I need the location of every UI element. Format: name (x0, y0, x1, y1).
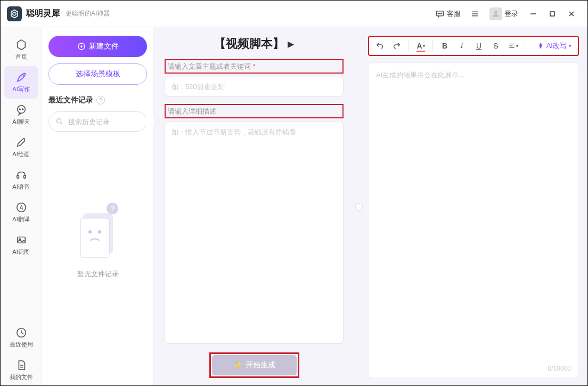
nav-voice[interactable]: AI语音 (4, 164, 38, 196)
topic-input[interactable] (165, 77, 344, 96)
svg-point-14 (22, 109, 23, 110)
svg-rect-32 (80, 218, 109, 258)
home-icon (15, 39, 27, 51)
svg-point-1 (438, 13, 439, 14)
nav-chat[interactable]: AI聊天 (4, 99, 38, 131)
nav-files[interactable]: 我的文件 (4, 354, 38, 386)
topic-label-highlight: 请输入文章主题或者关键词 (165, 59, 344, 74)
nav-label: AI写作 (12, 85, 29, 93)
app-subtitle: 更聪明的AI神器 (66, 9, 110, 18)
nav-home[interactable]: 首页 (4, 34, 38, 66)
svg-text:?: ? (110, 204, 115, 213)
center-column: 【视频脚本】 ▶ 请输入文章主题或者关键词 请输入详细描述 ✨ 开始生成 (154, 27, 354, 386)
svg-point-12 (17, 106, 25, 114)
menu-button[interactable] (469, 8, 481, 20)
nav-label: AI聊天 (12, 118, 29, 126)
brush-icon (15, 136, 27, 148)
support-button[interactable]: 客服 (430, 7, 466, 21)
empty-text: 暂无文件记录 (77, 269, 119, 279)
nav-label: AI绘画 (12, 150, 29, 158)
svg-text:A: A (19, 205, 23, 211)
script-title-row: 【视频脚本】 ▶ (165, 36, 344, 52)
strikethrough-button[interactable]: S (488, 39, 503, 53)
history-icon (15, 327, 27, 339)
avatar-icon (489, 7, 502, 20)
result-area[interactable]: AI生成的结果将会在此展示... 0/10000 (368, 62, 579, 378)
editor-toolbar-highlight: A▾ B I U S ▾ AI改写 ▾ (368, 36, 579, 56)
svg-point-13 (19, 109, 20, 110)
search-icon (55, 117, 64, 126)
topic-label: 请输入文章主题或者关键词 (168, 62, 256, 70)
svg-point-3 (441, 13, 442, 14)
svg-rect-16 (23, 175, 26, 179)
undo-button[interactable] (372, 39, 387, 53)
svg-point-27 (57, 119, 61, 123)
nav-label: AI翻译 (12, 215, 29, 223)
nav-label: 首页 (15, 53, 27, 61)
script-title: 【视频脚本】 (214, 36, 284, 52)
leaf-icon (537, 42, 544, 50)
file-icon (15, 359, 27, 371)
svg-rect-19 (17, 237, 25, 243)
template-button[interactable]: 选择场景模板 (48, 63, 147, 85)
close-button[interactable] (562, 4, 581, 23)
translate-icon: A (15, 202, 27, 213)
chat-icon (435, 9, 445, 19)
sidebar: 首页 AI写作 AI聊天 AI绘画 AI语音 A AI翻译 AI识图 (1, 27, 42, 386)
nav-image[interactable]: AI识图 (4, 229, 38, 261)
svg-rect-15 (17, 175, 19, 179)
empty-state: ? 暂无文件记录 (48, 138, 147, 378)
pen-icon (15, 71, 27, 83)
chat-icon (15, 104, 27, 116)
sparkle-icon: ✨ (233, 361, 242, 369)
recent-title-row: 最近文件记录 ? (48, 95, 147, 105)
search-box[interactable] (48, 111, 147, 132)
underline-button[interactable]: U (471, 39, 486, 53)
plus-icon (77, 42, 86, 51)
detail-textarea[interactable] (165, 122, 344, 344)
recent-title: 最近文件记录 (48, 95, 93, 105)
svg-point-7 (494, 11, 497, 13)
svg-line-28 (61, 123, 62, 124)
new-file-button[interactable]: 新建文件 (48, 36, 147, 57)
nav-label: 我的文件 (10, 373, 33, 381)
bold-button[interactable]: B (437, 39, 452, 53)
detail-label: 请输入详细描述 (168, 107, 216, 115)
nav-label: 最近使用 (10, 341, 33, 349)
nav-draw[interactable]: AI绘画 (4, 131, 38, 164)
maximize-button[interactable] (543, 4, 562, 23)
new-file-label: 新建文件 (89, 42, 119, 51)
help-icon[interactable]: ? (96, 96, 105, 104)
char-count: 0/10000 (548, 365, 571, 372)
ai-rewrite-button[interactable]: AI改写 ▾ (534, 40, 575, 52)
result-placeholder: AI生成的结果将会在此展示... (376, 70, 571, 80)
generate-label: 开始生成 (246, 360, 275, 370)
minimize-button[interactable] (524, 4, 543, 23)
image-icon (15, 234, 27, 246)
detail-label-highlight: 请输入详细描述 (165, 104, 344, 118)
chevron-down-icon: ▾ (569, 43, 571, 49)
italic-button[interactable]: I (454, 39, 469, 53)
search-input[interactable] (68, 118, 158, 126)
play-icon[interactable]: ▶ (288, 39, 294, 49)
generate-button[interactable]: ✨ 开始生成 (212, 355, 297, 375)
drag-handle-icon[interactable]: ⋮⋮ (355, 203, 363, 211)
svg-rect-9 (550, 12, 554, 16)
nav-recent[interactable]: 最近使用 (4, 321, 38, 354)
nav-translate[interactable]: A AI翻译 (4, 196, 38, 229)
right-column: A▾ B I U S ▾ AI改写 ▾ AI生成的结果将会在此展示... 0/1… (364, 27, 587, 386)
align-button[interactable]: ▾ (505, 39, 520, 53)
editor-toolbar: A▾ B I U S ▾ (372, 39, 520, 53)
login-button[interactable]: 登录 (484, 5, 524, 22)
font-color-button[interactable]: A▾ (413, 39, 428, 53)
empty-illustration-icon: ? (74, 202, 122, 261)
nav-label: AI识图 (12, 248, 29, 256)
redo-button[interactable] (389, 39, 404, 53)
headset-icon (15, 169, 27, 181)
login-label: 登录 (504, 9, 518, 19)
column-divider: ⋮⋮ (354, 27, 364, 386)
ai-rewrite-label: AI改写 (546, 41, 567, 51)
svg-point-34 (98, 230, 101, 234)
nav-writing[interactable]: AI写作 (4, 66, 38, 99)
main-row: 首页 AI写作 AI聊天 AI绘画 AI语音 A AI翻译 AI识图 (1, 27, 587, 386)
